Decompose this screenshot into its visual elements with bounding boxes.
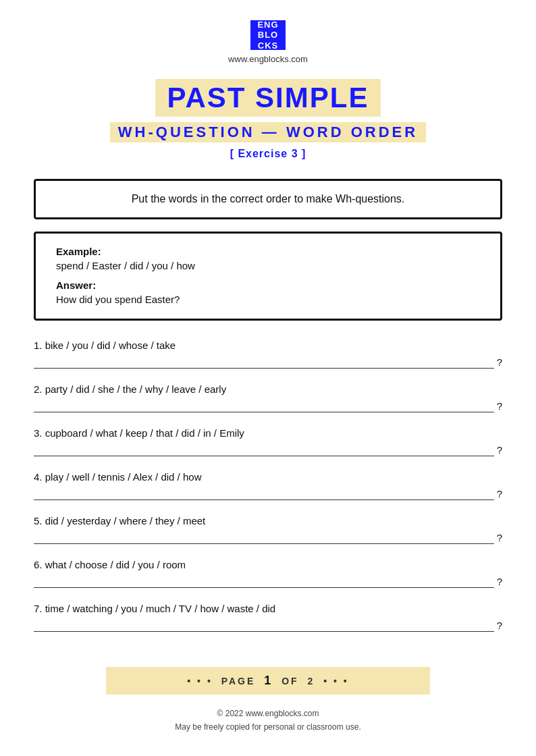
of-label: OF bbox=[282, 676, 298, 686]
answer-line-row-5[interactable]: ? bbox=[34, 531, 502, 544]
logo-line2: BLO bbox=[258, 30, 278, 40]
answer-line-4[interactable] bbox=[34, 487, 494, 500]
logo-line3: CKS bbox=[258, 40, 278, 51]
questions-area: 1. bike / you / did / whose / take?2. pa… bbox=[34, 340, 502, 647]
question-item: 3. cupboard / what / keep / that / did /… bbox=[34, 427, 502, 456]
question-mark-7: ? bbox=[497, 620, 502, 632]
question-text-6: 6. what / choose / did / you / room bbox=[34, 559, 502, 570]
answer-line-row-7[interactable]: ? bbox=[34, 618, 502, 632]
exercise-label: [ Exercise 3 ] bbox=[230, 148, 306, 160]
sub-title: WH-QUESTION — WORD ORDER bbox=[110, 122, 426, 142]
question-mark-3: ? bbox=[497, 444, 502, 456]
answer-line-row-2[interactable]: ? bbox=[34, 399, 502, 412]
question-mark-5: ? bbox=[497, 532, 502, 544]
question-text-1: 1. bike / you / did / whose / take bbox=[34, 340, 502, 351]
question-mark-2: ? bbox=[497, 400, 502, 412]
answer-line-row-6[interactable]: ? bbox=[34, 574, 502, 588]
copyright-line1: © 2022 www.engblocks.com bbox=[175, 707, 360, 720]
answer-line-row-4[interactable]: ? bbox=[34, 487, 502, 500]
example-answer-label: Answer: bbox=[56, 279, 480, 291]
example-label: Example: bbox=[56, 246, 480, 257]
question-mark-4: ? bbox=[497, 488, 502, 500]
website-url: www.engblocks.com bbox=[228, 54, 308, 64]
copyright-line2: May be freely copied for personal or cla… bbox=[175, 720, 360, 734]
instruction-text: Put the words in the correct order to ma… bbox=[132, 193, 405, 205]
example-box: Example: spend / Easter / did / you / ho… bbox=[34, 232, 502, 321]
page-indicator: • • • PAGE 1 OF 2 • • • bbox=[106, 667, 430, 695]
question-text-5: 5. did / yesterday / where / they / meet bbox=[34, 515, 502, 526]
question-item: 6. what / choose / did / you / room? bbox=[34, 559, 502, 588]
instruction-box: Put the words in the correct order to ma… bbox=[34, 179, 502, 219]
question-text-7: 7. time / watching / you / much / TV / h… bbox=[34, 603, 502, 614]
answer-line-row-3[interactable]: ? bbox=[34, 443, 502, 456]
page-number: 1 bbox=[264, 674, 273, 687]
logo-box: ENG BLO CKS bbox=[250, 20, 286, 50]
main-title: PAST SIMPLE bbox=[155, 79, 381, 117]
dots-left: • • • bbox=[187, 676, 212, 686]
question-text-2: 2. party / did / she / the / why / leave… bbox=[34, 383, 502, 395]
page-footer: • • • PAGE 1 OF 2 • • • © 2022 www.engbl… bbox=[34, 667, 502, 734]
example-answer-text: How did you spend Easter? bbox=[56, 294, 480, 305]
answer-line-1[interactable] bbox=[34, 355, 494, 369]
answer-line-2[interactable] bbox=[34, 399, 494, 412]
logo-area: ENG BLO CKS www.engblocks.com bbox=[228, 20, 308, 64]
answer-line-row-1[interactable]: ? bbox=[34, 355, 502, 369]
copyright: © 2022 www.engblocks.com May be freely c… bbox=[175, 707, 360, 734]
answer-line-5[interactable] bbox=[34, 531, 494, 544]
question-item: 7. time / watching / you / much / TV / h… bbox=[34, 603, 502, 632]
logo-line1: ENG bbox=[257, 20, 278, 30]
example-scrambled: spend / Easter / did / you / how bbox=[56, 260, 480, 271]
question-text-3: 3. cupboard / what / keep / that / did /… bbox=[34, 427, 502, 439]
page-label: PAGE bbox=[221, 676, 256, 686]
answer-line-6[interactable] bbox=[34, 574, 494, 588]
question-text-4: 4. play / well / tennis / Alex / did / h… bbox=[34, 471, 502, 483]
dots-right: • • • bbox=[323, 676, 348, 686]
question-mark-1: ? bbox=[497, 356, 502, 369]
answer-line-7[interactable] bbox=[34, 618, 494, 632]
question-mark-6: ? bbox=[497, 576, 502, 588]
question-item: 5. did / yesterday / where / they / meet… bbox=[34, 515, 502, 544]
question-item: 4. play / well / tennis / Alex / did / h… bbox=[34, 471, 502, 500]
question-item: 2. party / did / she / the / why / leave… bbox=[34, 383, 502, 412]
page-total: 2 bbox=[307, 676, 315, 686]
answer-line-3[interactable] bbox=[34, 443, 494, 456]
question-item: 1. bike / you / did / whose / take? bbox=[34, 340, 502, 369]
